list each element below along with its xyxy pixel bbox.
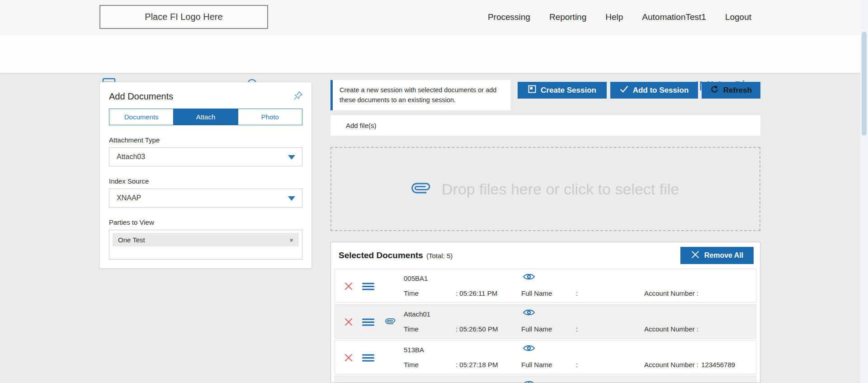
document-row: Attach02 Time Full Name [335, 376, 756, 383]
nav-user-automationtest1[interactable]: AutomationTest1 [642, 12, 706, 22]
top-nav: Processing Reporting Help AutomationTest… [488, 0, 751, 34]
document-row: 005BA1 Time : 05:26:11 PM Full Name : Ac… [335, 269, 756, 303]
dropzone-text: Drop files here or click to select file [442, 180, 679, 198]
full-name-label: Full Name [521, 289, 552, 297]
remove-all-label: Remove All [704, 251, 744, 260]
selected-documents-header: Selected Documents (Total: 5) Remove All [331, 242, 760, 269]
selected-party-tag: One Test × [113, 233, 299, 246]
selected-documents-title: Selected Documents [339, 251, 423, 260]
time-label: Time [404, 325, 419, 333]
document-row: Attach01 Time : 05:26:50 PM Full Name : … [335, 304, 756, 339]
attachment-type-select[interactable]: Attach03 [109, 147, 302, 166]
account-number-value: 123456789 [701, 361, 735, 369]
account-number-label: Account Number : [644, 361, 698, 369]
index-source-label: Index Source [109, 177, 302, 185]
document-name: Attach01 [404, 310, 430, 318]
time-value: : 05:26:11 PM [456, 289, 497, 297]
index-source-select[interactable]: XNAAP [109, 189, 302, 208]
attachment-paperclip-icon [386, 317, 395, 328]
nav-logout[interactable]: Logout [725, 12, 751, 22]
drag-handle-icon[interactable] [362, 354, 374, 364]
selected-documents-panel: Selected Documents (Total: 5) Remove All… [330, 242, 760, 383]
drag-handle-icon[interactable] [362, 283, 374, 292]
remove-party-icon[interactable]: × [288, 236, 295, 244]
fi-logo-placeholder: Place FI Logo Here [99, 5, 268, 29]
fi-logo-text: Place FI Logo Here [145, 12, 222, 22]
paperclip-icon [412, 179, 430, 199]
scrollbar-thumb[interactable] [862, 32, 867, 136]
remove-document-icon[interactable] [344, 353, 353, 364]
tab-documents[interactable]: Documents [109, 109, 174, 125]
index-source-value: XNAAP [117, 194, 141, 202]
account-number-label: Account Number : [644, 289, 698, 297]
remove-document-icon[interactable] [344, 317, 353, 328]
vertical-scrollbar[interactable] [860, 0, 868, 383]
time-value: : 05:26:50 PM [456, 325, 498, 333]
add-to-session-button[interactable]: Add to Session [610, 82, 698, 99]
tab-attach[interactable]: Attach [173, 109, 238, 125]
full-name-label: Full Name [521, 361, 552, 369]
attachment-type-value: Attach03 [117, 153, 145, 161]
document-name: 005BA1 [404, 274, 428, 282]
top-bar: Place FI Logo Here Processing Reporting … [0, 0, 868, 34]
preview-eye-icon[interactable] [523, 308, 535, 318]
tab-photo[interactable]: Photo [238, 109, 302, 125]
add-documents-tabs: Documents Attach Photo [109, 109, 302, 125]
selected-party-name: One Test [118, 236, 145, 244]
account-number: Account Number : [644, 325, 701, 333]
drag-handle-icon[interactable] [362, 318, 374, 328]
nav-reporting[interactable]: Reporting [549, 12, 586, 22]
checkmark-icon [620, 85, 628, 95]
preview-eye-icon[interactable] [523, 273, 535, 283]
selected-documents-total: (Total: 5) [426, 252, 453, 260]
add-files-bar[interactable]: Add file(s) [330, 115, 760, 136]
document-rows: 005BA1 Time : 05:26:11 PM Full Name : Ac… [331, 269, 760, 383]
remove-all-button[interactable]: Remove All [680, 247, 754, 264]
document-name: 513BA [404, 346, 424, 354]
full-name-colon: : [576, 289, 578, 297]
full-name-colon: : [576, 361, 578, 369]
create-session-button[interactable]: Create Session [518, 82, 607, 99]
file-dropzone[interactable]: Drop files here or click to select file [330, 147, 760, 231]
time-label: Time [404, 289, 419, 297]
refresh-label: Refresh [723, 86, 752, 95]
collected-documents-page: { "colors": { "accent_blue": "#1a6aad", … [0, 0, 868, 383]
remove-document-icon[interactable] [344, 282, 353, 293]
full-name-label: Full Name [521, 325, 552, 333]
time-label: Time [404, 361, 419, 369]
account-number: Account Number : 123456789 [644, 361, 735, 369]
refresh-icon [710, 85, 719, 96]
parties-to-view-label: Parties to View [109, 218, 302, 226]
add-documents-panel: Add Documents Documents Attach Photo Att… [99, 82, 312, 269]
full-name-colon: : [576, 325, 578, 333]
document-row: 513BA Time : 05:27:18 PM Full Name : Acc… [335, 340, 756, 374]
add-to-session-label: Add to Session [633, 86, 689, 95]
refresh-button[interactable]: Refresh [702, 82, 760, 99]
chevron-down-icon [288, 155, 295, 160]
nav-help[interactable]: Help [605, 12, 623, 22]
chevron-down-icon [288, 196, 295, 201]
preview-eye-icon[interactable] [523, 380, 535, 383]
add-documents-header: Add Documents [100, 82, 311, 102]
nav-processing[interactable]: Processing [488, 12, 530, 22]
time-value: : 05:27:18 PM [456, 361, 498, 369]
add-documents-title: Add Documents [109, 91, 173, 102]
create-session-icon [528, 85, 536, 95]
preview-eye-icon[interactable] [523, 344, 535, 354]
pin-icon[interactable] [293, 90, 303, 102]
session-info-note: Create a new session with selected docum… [330, 80, 510, 110]
title-bar: Collected Documents i IMM eSign [0, 34, 868, 73]
account-number: Account Number : [644, 289, 701, 297]
add-files-label: Add file(s) [346, 122, 377, 129]
parties-to-view-box[interactable]: One Test × [109, 230, 302, 260]
attachment-type-label: Attachment Type [109, 136, 302, 144]
account-number-label: Account Number : [644, 325, 698, 333]
remove-all-x-icon [691, 250, 700, 261]
create-session-label: Create Session [541, 86, 596, 95]
